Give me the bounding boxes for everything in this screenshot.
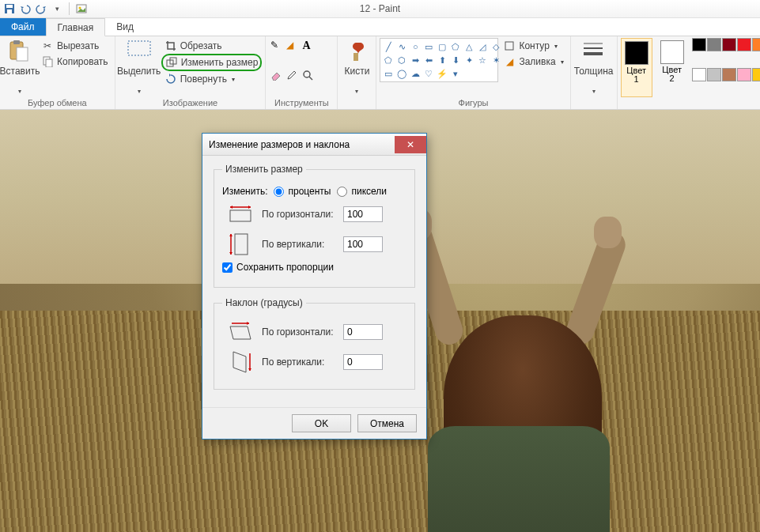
swatch-black[interactable] [692,38,706,51]
color2-button[interactable]: Цвет 2 [657,38,687,97]
undo-icon[interactable] [19,2,32,15]
shapes-gallery[interactable]: ╱∿○▭▢⬠△◿◇ ⬠⬡➡⬅⬆⬇✦☆✶ ▭◯☁♡⚡▾ [380,38,498,97]
brushes-button[interactable]: Кисти [341,38,372,97]
shape-rcallout-icon[interactable]: ▭ [382,67,395,80]
shape-line-icon[interactable]: ╱ [382,40,395,53]
resize-h-icon [225,202,255,227]
shape-callout-icon[interactable]: ☁ [409,67,422,80]
resize-icon [165,56,178,69]
fill-bucket-icon: ◢ [503,55,516,68]
resize-skew-dialog: Изменение размеров и наклона ✕ Изменить … [202,133,427,440]
paste-button[interactable]: Вставить [3,38,36,97]
shape-5star-icon[interactable]: ☆ [476,54,489,66]
swatch-pink[interactable] [737,68,751,81]
size-button[interactable]: Толщина [574,38,614,97]
keep-aspect-check[interactable]: Сохранить пропорции [222,262,406,273]
svg-rect-2 [7,9,12,13]
swatch-white[interactable] [692,68,706,81]
shape-pentagon-icon[interactable]: ⬠ [382,54,395,66]
radio-percent[interactable]: проценты [274,186,331,197]
shape-rect-icon[interactable]: ▭ [422,40,435,53]
eraser-icon[interactable] [270,70,285,96]
shape-curve-icon[interactable]: ∿ [395,40,408,53]
shape-heart-icon[interactable]: ♡ [422,67,435,80]
copy-button[interactable]: Копировать [38,54,112,70]
crop-button[interactable]: Обрезать [161,38,263,54]
swatch-red[interactable] [737,38,751,51]
select-button[interactable]: Выделить [119,38,160,97]
group-colors: Цвет 1 Цвет 2 [618,36,760,109]
resize-v-label: По вертикали: [262,239,337,250]
shape-darrow-icon[interactable]: ⬇ [449,54,462,66]
shape-bolt-icon[interactable]: ⚡ [436,67,448,80]
swatch-darkred[interactable] [722,38,736,51]
shape-rtriangle-icon[interactable]: ◿ [476,40,489,53]
swatch-brown[interactable] [722,68,736,81]
shape-roundrect-icon[interactable]: ▢ [436,40,448,53]
group-brushes: Кисти Кисти [338,36,376,109]
shape-4star-icon[interactable]: ✦ [463,54,475,66]
save-icon[interactable] [3,2,16,15]
color1-button[interactable]: Цвет 1 [621,38,652,97]
svg-rect-10 [128,41,150,55]
swatch-gray[interactable] [707,38,721,51]
tab-view[interactable]: Вид [105,18,145,36]
group-shapes: ╱∿○▭▢⬠△◿◇ ⬠⬡➡⬅⬆⬇✦☆✶ ▭◯☁♡⚡▾ Контур▾ ◢Зали… [376,36,570,109]
radio-pixels-input[interactable] [337,187,347,197]
ok-button[interactable]: OK [292,414,351,432]
picker-icon[interactable] [286,70,301,96]
tab-home[interactable]: Главная [46,18,106,36]
brushes-label: Кисти [344,66,369,76]
preview-icon[interactable] [75,2,88,15]
skew-v-icon [225,349,255,375]
shape-uarrow-icon[interactable]: ⬆ [436,54,448,66]
cancel-button[interactable]: Отмена [357,414,417,432]
fill-button[interactable]: ◢Заливка▾ [500,54,566,70]
color2-swatch [660,40,684,64]
group-tools: ✎ ◢ A Инструменты [266,36,338,109]
magnifier-icon[interactable] [302,70,316,96]
skew-h-input[interactable] [343,324,383,340]
cut-icon: ✂ [41,40,54,52]
crop-icon [164,40,177,52]
outline-button[interactable]: Контур▾ [500,38,566,54]
resize-h-input[interactable] [343,206,383,222]
radio-pixels[interactable]: пиксели [337,186,387,197]
resize-v-input[interactable] [343,236,383,252]
redo-icon[interactable] [35,2,47,15]
group-clipboard: Вставить ✂Вырезать Копировать Буфер обме… [0,36,115,109]
shape-ocallout-icon[interactable]: ◯ [395,67,408,80]
shape-oval-icon[interactable]: ○ [409,40,422,53]
swatch-orange[interactable] [752,38,760,51]
brush-icon [344,40,369,65]
resize-h-label: По горизонтали: [262,209,337,220]
skew-v-input[interactable] [343,354,383,370]
dialog-titlebar[interactable]: Изменение размеров и наклона ✕ [202,134,426,156]
rotate-button[interactable]: Повернуть▾ [161,71,263,87]
color-palette [692,38,760,97]
svg-rect-16 [505,42,513,50]
color1-swatch [625,41,648,65]
tab-file[interactable]: Файл [0,18,46,36]
radio-percent-input[interactable] [274,187,284,197]
pencil-icon[interactable]: ✎ [270,40,285,68]
qat-more-icon[interactable]: ▾ [51,2,63,15]
paste-label: Вставить [0,66,40,76]
shape-triangle-icon[interactable]: △ [463,40,475,53]
swatch-ltgray[interactable] [707,68,721,81]
size-label: Толщина [574,66,614,76]
shape-polygon-icon[interactable]: ⬠ [449,40,462,53]
shape-rarrow-icon[interactable]: ➡ [409,54,422,66]
shape-hexagon-icon[interactable]: ⬡ [395,54,408,66]
resize-button[interactable]: Изменить размер [161,54,263,71]
dialog-close-button[interactable]: ✕ [395,136,426,153]
fill-icon[interactable]: ◢ [286,40,301,68]
cut-button[interactable]: ✂Вырезать [38,38,112,54]
text-icon[interactable]: A [302,40,316,68]
group-label-clipboard: Буфер обмена [3,97,112,109]
shape-more-icon[interactable]: ▾ [449,67,462,80]
swatch-gold[interactable] [752,68,760,81]
keep-aspect-input[interactable] [222,262,233,273]
shape-larrow-icon[interactable]: ⬅ [422,54,435,66]
svg-rect-1 [6,5,13,8]
